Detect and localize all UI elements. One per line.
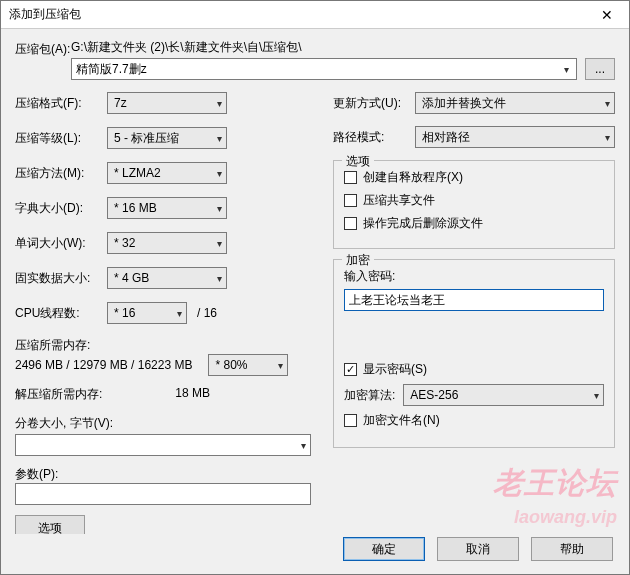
password-label: 输入密码: <box>344 268 604 285</box>
chevron-down-icon: ▾ <box>301 440 306 451</box>
archive-path: G:\新建文件夹 (2)\长\新建文件夹\自\压缩包\ <box>71 39 615 56</box>
solid-label: 固实数据大小: <box>15 270 107 287</box>
dialog-add-to-archive: 添加到压缩包 ✕ 压缩包(A): G:\新建文件夹 (2)\长\新建文件夹\自\… <box>0 0 630 575</box>
pathmode-select[interactable]: 相对路径▾ <box>415 126 615 148</box>
format-label: 压缩格式(F): <box>15 95 107 112</box>
encrypt-names-checkbox[interactable]: 加密文件名(N) <box>344 412 604 429</box>
delete-after-checkbox[interactable]: 操作完成后删除源文件 <box>344 215 604 232</box>
chevron-down-icon: ▾ <box>217 238 222 249</box>
help-button[interactable]: 帮助 <box>531 537 613 561</box>
sfx-checkbox[interactable]: 创建自释放程序(X) <box>344 169 604 186</box>
checkbox-icon <box>344 414 357 427</box>
ok-button[interactable]: 确定 <box>343 537 425 561</box>
chevron-down-icon: ▾ <box>605 98 610 109</box>
level-label: 压缩等级(L): <box>15 130 107 147</box>
checkbox-icon <box>344 171 357 184</box>
cpu-total: / 16 <box>197 306 217 320</box>
browse-button[interactable]: ... <box>585 58 615 80</box>
archive-filename-input[interactable]: 精简版7.7删z ▾ <box>71 58 577 80</box>
volumes-select[interactable]: ▾ <box>15 434 311 456</box>
options-group-title: 选项 <box>342 153 374 170</box>
window-title: 添加到压缩包 <box>9 6 81 23</box>
chevron-down-icon: ▾ <box>217 203 222 214</box>
cancel-button[interactable]: 取消 <box>437 537 519 561</box>
chevron-down-icon: ▾ <box>217 133 222 144</box>
enc-algo-select[interactable]: AES-256▾ <box>403 384 604 406</box>
dict-select[interactable]: * 16 MB▾ <box>107 197 227 219</box>
checkbox-icon <box>344 217 357 230</box>
mem-percent-select[interactable]: * 80%▾ <box>208 354 288 376</box>
share-checkbox[interactable]: 压缩共享文件 <box>344 192 604 209</box>
show-password-checkbox[interactable]: ✓显示密码(S) <box>344 361 604 378</box>
archive-label: 压缩包(A): <box>15 39 71 58</box>
method-select[interactable]: * LZMA2▾ <box>107 162 227 184</box>
word-label: 单词大小(W): <box>15 235 107 252</box>
cpu-label: CPU线程数: <box>15 305 107 322</box>
password-input[interactable] <box>344 289 604 311</box>
volumes-label: 分卷大小, 字节(V): <box>15 415 315 432</box>
mem-decompress-value: 18 MB <box>175 386 210 403</box>
options-group: 选项 创建自释放程序(X) 压缩共享文件 操作完成后删除源文件 <box>333 160 615 249</box>
params-input[interactable] <box>15 483 311 505</box>
chevron-down-icon: ▾ <box>594 390 599 401</box>
archive-filename-value: 精简版7.7删z <box>76 61 147 78</box>
chevron-down-icon: ▾ <box>217 168 222 179</box>
encryption-group-title: 加密 <box>342 252 374 269</box>
options-button[interactable]: 选项 <box>15 515 85 534</box>
mem-decompress-label: 解压缩所需内存: <box>15 386 102 403</box>
mem-compress-label: 压缩所需内存: <box>15 337 315 354</box>
dict-label: 字典大小(D): <box>15 200 107 217</box>
dialog-body: 压缩包(A): G:\新建文件夹 (2)\长\新建文件夹\自\压缩包\ 精简版7… <box>1 29 629 534</box>
chevron-down-icon: ▾ <box>177 308 182 319</box>
word-select[interactable]: * 32▾ <box>107 232 227 254</box>
cpu-select[interactable]: * 16▾ <box>107 302 187 324</box>
enc-algo-label: 加密算法: <box>344 387 395 404</box>
chevron-down-icon: ▾ <box>278 360 283 371</box>
encryption-group: 加密 输入密码: ✓显示密码(S) 加密算法: AES-256▾ 加密文件名(N… <box>333 259 615 448</box>
close-icon[interactable]: ✕ <box>585 1 629 28</box>
update-select[interactable]: 添加并替换文件▾ <box>415 92 615 114</box>
titlebar: 添加到压缩包 ✕ <box>1 1 629 29</box>
solid-select[interactable]: * 4 GB▾ <box>107 267 227 289</box>
params-label: 参数(P): <box>15 466 315 483</box>
chevron-down-icon: ▾ <box>217 98 222 109</box>
chevron-down-icon: ▾ <box>217 273 222 284</box>
pathmode-label: 路径模式: <box>333 129 415 146</box>
level-select[interactable]: 5 - 标准压缩▾ <box>107 127 227 149</box>
chevron-down-icon: ▾ <box>605 132 610 143</box>
chevron-down-icon: ▾ <box>558 61 574 77</box>
checkbox-icon: ✓ <box>344 363 357 376</box>
button-bar: 确定 取消 帮助 <box>1 534 629 574</box>
mem-compress-value: 2496 MB / 12979 MB / 16223 MB <box>15 358 192 372</box>
method-label: 压缩方法(M): <box>15 165 107 182</box>
update-label: 更新方式(U): <box>333 95 415 112</box>
format-select[interactable]: 7z▾ <box>107 92 227 114</box>
checkbox-icon <box>344 194 357 207</box>
